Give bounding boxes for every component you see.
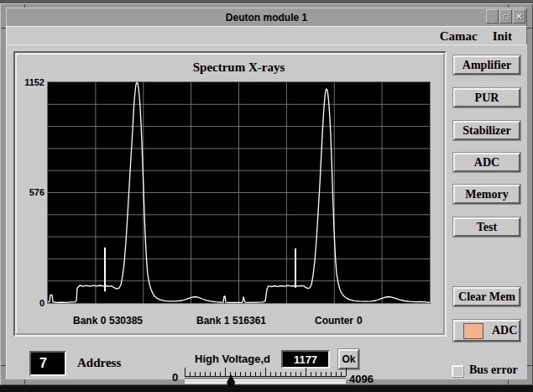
spectrum-plot[interactable] — [48, 82, 430, 303]
adc-button[interactable]: ADC — [453, 153, 520, 172]
app-window: Deuton module 1 _ □ ✕ Camac Init Spectru… — [0, 3, 533, 385]
bank1-value: 516361 — [233, 315, 266, 327]
close-icon[interactable]: ✕ — [513, 9, 525, 24]
client-area: Spectrum X-rays 1152 576 0 Bank 0 530385… — [6, 44, 527, 379]
address-field[interactable]: 7 — [29, 351, 66, 376]
chart-title: Spectrum X-rays — [48, 60, 430, 75]
stabilizer-button[interactable]: Stabilizer — [453, 121, 520, 140]
menubar: Camac Init — [6, 26, 527, 46]
slider-max-label: 4096 — [349, 373, 374, 385]
menu-item-init[interactable]: Init — [485, 29, 520, 44]
bank0-label: Bank 0 — [73, 315, 106, 327]
adc-indicator-label: ADC — [492, 324, 517, 337]
frame-notch — [527, 28, 532, 29]
amplifier-button[interactable]: Amplifier — [453, 55, 520, 75]
window-title: Deuton module 1 — [226, 12, 307, 24]
frame-notch — [527, 365, 532, 366]
spectrum-panel: Spectrum X-rays 1152 576 0 Bank 0 530385… — [13, 51, 447, 337]
titlebar[interactable]: Deuton module 1 _ □ ✕ — [6, 8, 527, 27]
spectrum-panel-inner: Spectrum X-rays 1152 576 0 Bank 0 530385… — [15, 53, 445, 335]
test-button[interactable]: Test — [453, 217, 520, 237]
high-voltage-field[interactable]: 1177 — [281, 350, 330, 368]
bus-error-label: Bus error — [469, 363, 518, 377]
slider-ruler — [185, 368, 346, 377]
counter-label: Counter — [315, 315, 353, 327]
window-controls: _ □ ✕ — [485, 9, 525, 24]
address-label: Address — [77, 356, 121, 370]
frame-notch — [508, 379, 509, 384]
minimize-icon[interactable]: _ — [486, 9, 499, 24]
counter-value: 0 — [357, 315, 363, 327]
menu-item-camac[interactable]: Camac — [432, 29, 485, 44]
memory-button[interactable]: Memory — [453, 185, 520, 204]
adc-indicator-button[interactable]: ADC — [453, 320, 520, 342]
adc-status-swatch — [463, 323, 483, 339]
spectrum-svg — [48, 82, 430, 303]
bank0-value: 530385 — [109, 315, 143, 327]
slider-min-label: 0 — [172, 371, 178, 384]
bank1-label: Bank 1 — [196, 315, 229, 327]
high-voltage-slider[interactable] — [185, 378, 346, 384]
frame-notch — [24, 379, 25, 384]
y-tick-zero: 0 — [17, 298, 44, 308]
bus-error-checkbox[interactable] — [452, 365, 463, 377]
y-tick-mid: 576 — [17, 187, 44, 197]
maximize-icon[interactable]: □ — [499, 9, 512, 24]
high-voltage-label: High Voltage,d — [195, 353, 270, 365]
ok-button[interactable]: Ok — [338, 349, 359, 369]
pur-button[interactable]: PUR — [453, 88, 520, 107]
clear-mem-button[interactable]: Clear Mem — [453, 287, 520, 306]
y-tick-max: 1152 — [17, 77, 44, 87]
